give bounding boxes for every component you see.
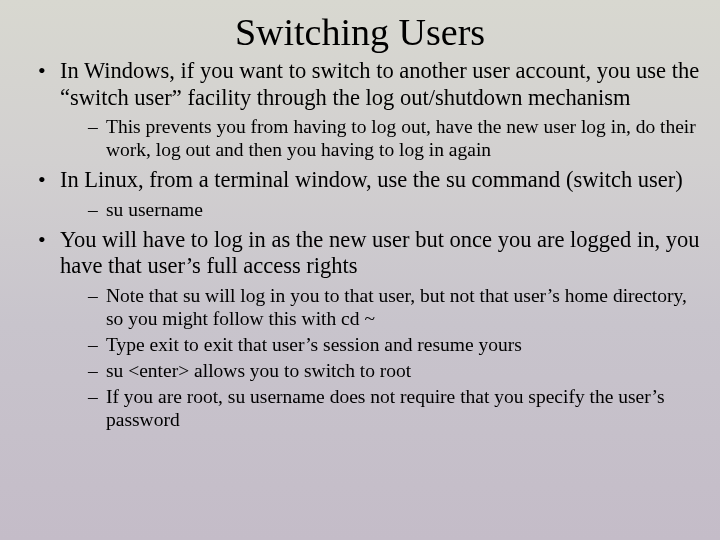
sub-list: Note that su will log in you to that use… <box>60 284 700 431</box>
list-item: su username <box>88 198 700 221</box>
bullet-text: In Linux, from a terminal window, use th… <box>60 167 683 192</box>
list-item: You will have to log in as the new user … <box>38 227 700 431</box>
list-item: su <enter> allows you to switch to root <box>88 359 700 382</box>
bullet-text: You will have to log in as the new user … <box>60 227 699 279</box>
slide-title: Switching Users <box>20 10 700 54</box>
list-item: In Linux, from a terminal window, use th… <box>38 167 700 221</box>
list-item: Note that su will log in you to that use… <box>88 284 700 330</box>
list-item: This prevents you from having to log out… <box>88 115 700 161</box>
sub-list: su username <box>60 198 700 221</box>
list-item: In Windows, if you want to switch to ano… <box>38 58 700 161</box>
sub-list: This prevents you from having to log out… <box>60 115 700 161</box>
list-item: Type exit to exit that user’s session an… <box>88 333 700 356</box>
list-item: If you are root, su username does not re… <box>88 385 700 431</box>
bullet-text: In Windows, if you want to switch to ano… <box>60 58 699 110</box>
bullet-list: In Windows, if you want to switch to ano… <box>20 58 700 431</box>
